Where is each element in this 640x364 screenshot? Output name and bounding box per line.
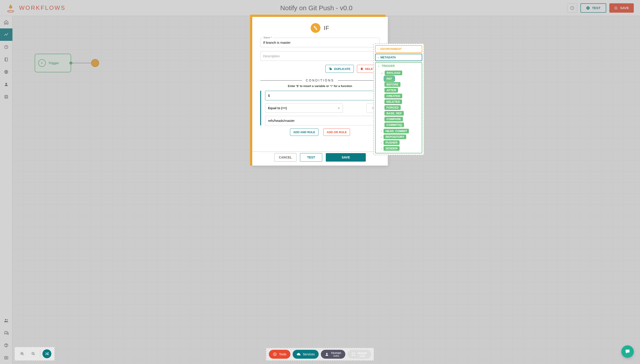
- var-expandable-head_commit[interactable]: ›HEAD_COMMIT: [381, 129, 419, 134]
- user-icon: [325, 352, 329, 356]
- variable-picker: › ENVIRONMENT › METADATA ⌄ TRIGGER ⌄ PAY…: [373, 44, 424, 155]
- chat-fab[interactable]: [621, 345, 634, 358]
- chevron-right-icon: ›: [381, 142, 382, 144]
- payload-header[interactable]: ⌄ PAYLOAD: [381, 70, 419, 75]
- var-leaf-deleted[interactable]: DELETED: [384, 100, 402, 104]
- if-config-dialog: IF Name * DUPLICATE DELETE CONDITIONS: [252, 17, 388, 166]
- var-leaf-before[interactable]: BEFORE: [384, 82, 400, 87]
- var-leaf-baseref[interactable]: BASE_REF: [384, 111, 404, 116]
- zoom-out-button[interactable]: [29, 349, 38, 358]
- chevron-right-icon: ›: [378, 48, 379, 50]
- shuffle-button[interactable]: [43, 349, 51, 358]
- conditions-hint: Enter '$' to insert a variable or '=' fo…: [260, 84, 380, 88]
- copy-icon: [329, 67, 332, 70]
- trigger-header[interactable]: ⌄ TRIGGER: [378, 64, 419, 68]
- chevron-down-icon: ⌄: [381, 72, 383, 74]
- dialog-title: IF: [324, 25, 329, 32]
- name-input[interactable]: [261, 38, 379, 47]
- svg-rect-17: [330, 68, 332, 70]
- var-leaf-commits[interactable]: COMMITS[]: [384, 122, 404, 127]
- divider: [40, 349, 40, 358]
- var-leaf-after[interactable]: AFTER: [384, 88, 398, 92]
- plus-circle-icon: [273, 352, 277, 356]
- services-pill[interactable]: Services: [293, 350, 319, 359]
- human-nodes-pill[interactable]: Humannodes: [321, 350, 345, 359]
- chat-icon: [625, 349, 630, 354]
- description-input[interactable]: [261, 52, 379, 60]
- var-expandable-sender[interactable]: ›SENDER: [381, 146, 419, 151]
- modal-test-button[interactable]: TEST: [300, 153, 322, 162]
- var-leaf-compare[interactable]: COMPARE: [384, 117, 403, 122]
- var-category-metadata[interactable]: › METADATA: [375, 54, 422, 61]
- condition-group: Equal to (==) ▼ ✕: [260, 91, 380, 126]
- branch-icon: [311, 23, 320, 33]
- var-leaf-created[interactable]: CREATED: [384, 94, 402, 98]
- grid-icon: [351, 352, 355, 356]
- tools-pill[interactable]: Tools: [269, 350, 290, 359]
- cancel-button[interactable]: CANCEL: [274, 153, 296, 162]
- master-nodes-pill[interactable]: Masternodes: [347, 350, 371, 359]
- node-palette: Tools Services Humannodes Masternodes: [266, 348, 374, 361]
- var-category-environment[interactable]: › ENVIRONMENT: [375, 45, 422, 52]
- zoom-toolbar: [14, 347, 55, 361]
- svg-rect-18: [361, 68, 363, 70]
- zoom-in-button[interactable]: [18, 349, 27, 358]
- lhs-input[interactable]: [265, 91, 380, 100]
- var-leaf-ref[interactable]: REF: [384, 76, 394, 81]
- chevron-right-icon: ›: [381, 130, 382, 132]
- rhs-input[interactable]: [265, 116, 380, 126]
- name-field[interactable]: Name *: [260, 38, 380, 47]
- conditions-heading: CONDITIONS: [260, 78, 380, 82]
- trash-icon: [360, 67, 363, 70]
- description-field[interactable]: [260, 51, 380, 61]
- chevron-right-icon: ›: [381, 147, 382, 150]
- var-expandable-repository[interactable]: ›REPOSITORY: [381, 134, 419, 139]
- var-leaf-forced[interactable]: FORCED: [384, 105, 401, 110]
- add-and-rule-button[interactable]: ADD AND RULE: [290, 128, 318, 136]
- divider: [252, 151, 388, 152]
- cloud-icon: [297, 352, 301, 356]
- chevron-right-icon: ›: [378, 56, 379, 59]
- var-expandable-pusher[interactable]: ›PUSHER: [381, 140, 419, 145]
- svg-point-22: [326, 353, 328, 354]
- add-or-rule-button[interactable]: ADD OR RULE: [323, 128, 350, 136]
- operator-select[interactable]: Equal to (==) ▼: [265, 104, 343, 113]
- duplicate-button[interactable]: DUPLICATE: [325, 65, 354, 73]
- modal-save-button[interactable]: SAVE: [326, 153, 366, 162]
- var-category-trigger: ⌄ TRIGGER ⌄ PAYLOAD REFBEFOREAFTERCREATE…: [375, 62, 422, 153]
- chevron-right-icon: ›: [381, 136, 382, 138]
- chevron-down-icon: ⌄: [378, 64, 380, 67]
- svg-rect-23: [352, 353, 355, 356]
- chevron-down-icon: ▼: [338, 107, 340, 110]
